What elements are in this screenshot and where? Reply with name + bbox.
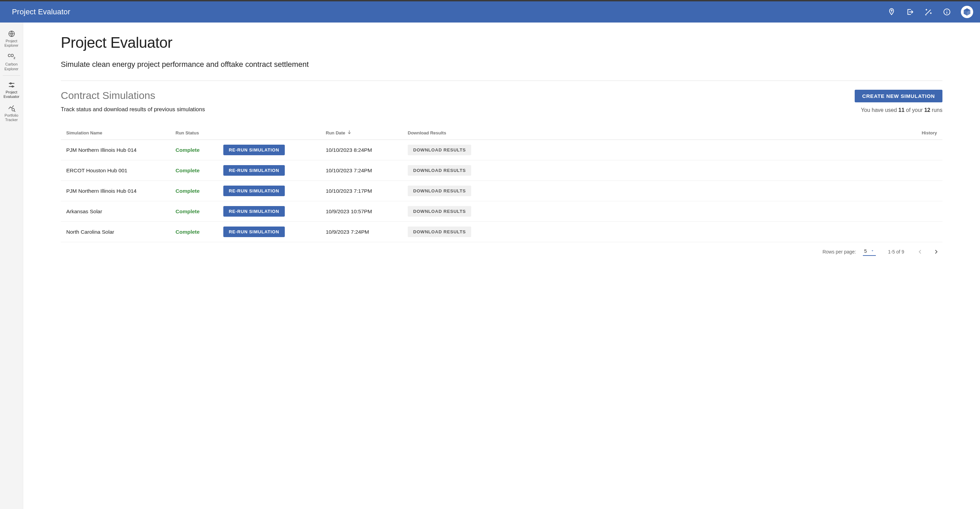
download-results-button[interactable]: DOWNLOAD RESULTS (408, 227, 471, 237)
rerun-button[interactable]: RE-RUN SIMULATION (223, 165, 285, 176)
col-date-label: Run Date (326, 130, 345, 135)
help-pin-icon[interactable] (887, 8, 896, 16)
runs-info-mid: of your (905, 107, 924, 113)
svg-point-7 (12, 86, 13, 87)
create-simulation-button[interactable]: CREATE NEW SIMULATION (855, 90, 942, 102)
cell-rerun: RE-RUN SIMULATION (218, 160, 320, 181)
cell-status: Complete (170, 201, 218, 222)
cell-download: DOWNLOAD RESULTS (402, 181, 802, 201)
runs-info-suffix: runs (930, 107, 942, 113)
sliders-icon (8, 81, 15, 89)
cell-date: 10/10/2023 7:24PM (320, 160, 402, 181)
cell-rerun: RE-RUN SIMULATION (218, 201, 320, 222)
app-title: Project Evaluator (12, 8, 70, 16)
rows-per-page-label: Rows per page: (822, 249, 856, 255)
cell-status: Complete (170, 140, 218, 160)
main-content: Project Evaluator Simulate clean energy … (23, 22, 980, 509)
svg-line-9 (14, 111, 15, 111)
runs-info-prefix: You have used (861, 107, 898, 113)
runs-total: 12 (924, 107, 931, 113)
cell-history (802, 201, 942, 222)
cell-date: 10/10/2023 8:24PM (320, 140, 402, 160)
col-status[interactable]: Run Status (170, 126, 218, 140)
analytics-search-icon (8, 105, 15, 112)
rerun-button[interactable]: RE-RUN SIMULATION (223, 206, 285, 217)
sidebar-separator (3, 75, 20, 76)
download-results-button[interactable]: DOWNLOAD RESULTS (408, 206, 471, 217)
cell-download: DOWNLOAD RESULTS (402, 201, 802, 222)
runs-info: You have used 11 of your 12 runs (855, 107, 942, 113)
col-history[interactable]: History (802, 126, 942, 140)
pagination: Rows per page: 5 1-5 of 9 (61, 242, 942, 256)
sidebar-item-label: Project Explorer (1, 39, 22, 48)
cell-history (802, 181, 942, 201)
brand-logo[interactable] (961, 6, 973, 18)
svg-point-5 (10, 82, 11, 84)
table-row: Arkansas SolarCompleteRE-RUN SIMULATION1… (61, 201, 942, 222)
sidebar-item-carbon-explorer[interactable]: CO2 Carbon Explorer (0, 50, 23, 73)
download-results-button[interactable]: DOWNLOAD RESULTS (408, 145, 471, 155)
rows-per-page-value: 5 (864, 248, 867, 254)
co2-icon: CO2 (8, 53, 15, 61)
cell-sim-name: PJM Northern Illinois Hub 014 (61, 181, 170, 201)
pagination-range: 1-5 of 9 (888, 249, 904, 255)
magic-wand-icon[interactable] (924, 8, 933, 16)
section-title: Contract Simulations (61, 90, 205, 101)
cell-status: Complete (170, 181, 218, 201)
page-title: Project Evaluator (61, 34, 942, 51)
table-row: North Carolina SolarCompleteRE-RUN SIMUL… (61, 222, 942, 242)
sidebar: Project Explorer CO2 Carbon Explorer Pro… (0, 22, 23, 509)
cell-download: DOWNLOAD RESULTS (402, 140, 802, 160)
cell-sim-name: ERCOT Houston Hub 001 (61, 160, 170, 181)
globe-icon (8, 30, 15, 38)
download-results-button[interactable]: DOWNLOAD RESULTS (408, 165, 471, 176)
header-actions (887, 6, 973, 18)
table-row: PJM Northern Illinois Hub 014CompleteRE-… (61, 140, 942, 160)
divider (61, 81, 942, 81)
sidebar-item-label: Project Evaluator (1, 90, 22, 99)
cell-rerun: RE-RUN SIMULATION (218, 181, 320, 201)
cell-history (802, 222, 942, 242)
info-icon[interactable] (942, 8, 951, 16)
cell-date: 10/9/2023 10:57PM (320, 201, 402, 222)
col-actions (218, 126, 320, 140)
section-subtitle: Track status and download results of pre… (61, 106, 205, 113)
table-row: ERCOT Houston Hub 001CompleteRE-RUN SIMU… (61, 160, 942, 181)
cell-date: 10/9/2023 7:24PM (320, 222, 402, 242)
caret-down-icon (870, 248, 875, 254)
sidebar-item-label: Carbon Explorer (1, 62, 22, 71)
cell-sim-name: Arkansas Solar (61, 201, 170, 222)
cell-rerun: RE-RUN SIMULATION (218, 140, 320, 160)
cell-date: 10/10/2023 7:17PM (320, 181, 402, 201)
simulations-table: Simulation Name Run Status Run Date Do (61, 126, 942, 242)
sidebar-item-project-evaluator[interactable]: Project Evaluator (0, 78, 23, 101)
cell-history (802, 140, 942, 160)
svg-point-2 (947, 10, 947, 11)
sidebar-item-project-explorer[interactable]: Project Explorer (0, 27, 23, 50)
cell-download: DOWNLOAD RESULTS (402, 222, 802, 242)
logout-icon[interactable] (905, 8, 915, 16)
cell-rerun: RE-RUN SIMULATION (218, 222, 320, 242)
cell-status: Complete (170, 222, 218, 242)
cell-status: Complete (170, 160, 218, 181)
cell-sim-name: North Carolina Solar (61, 222, 170, 242)
col-download[interactable]: Download Results (402, 126, 802, 140)
rerun-button[interactable]: RE-RUN SIMULATION (223, 145, 285, 155)
sidebar-item-portfolio-tracker[interactable]: Portfolio Tracker (0, 101, 23, 124)
cell-history (802, 160, 942, 181)
download-results-button[interactable]: DOWNLOAD RESULTS (408, 186, 471, 196)
page-subtitle: Simulate clean energy project performanc… (61, 60, 942, 69)
next-page-button[interactable] (933, 248, 940, 255)
col-date[interactable]: Run Date (320, 126, 402, 140)
cell-sim-name: PJM Northern Illinois Hub 014 (61, 140, 170, 160)
table-row: PJM Northern Illinois Hub 014CompleteRE-… (61, 181, 942, 201)
app-header: Project Evaluator (0, 2, 980, 22)
rerun-button[interactable]: RE-RUN SIMULATION (223, 227, 285, 237)
rerun-button[interactable]: RE-RUN SIMULATION (223, 186, 285, 196)
arrow-down-icon (347, 130, 352, 136)
prev-page-button[interactable] (916, 248, 923, 255)
col-name[interactable]: Simulation Name (61, 126, 170, 140)
cell-download: DOWNLOAD RESULTS (402, 160, 802, 181)
rows-per-page-select[interactable]: 5 (863, 248, 876, 256)
sidebar-item-label: Portfolio Tracker (1, 113, 22, 122)
